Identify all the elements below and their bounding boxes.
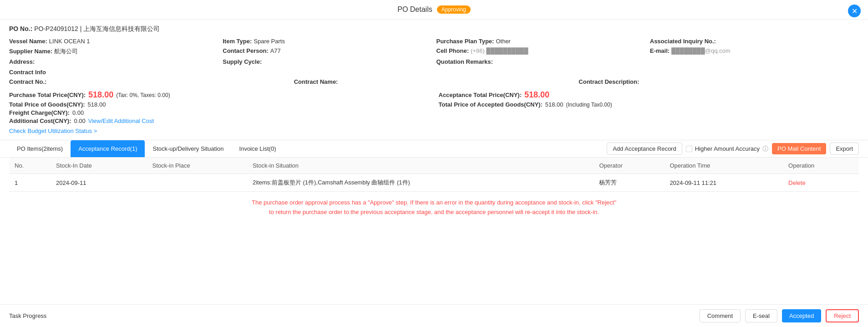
purchase-total-row: Purchase Total Price(CNY): 518.00 (Tax: … xyxy=(9,89,430,134)
tabs-right: Add Acceptance Record Higher Amount Accu… xyxy=(607,143,859,155)
contact-person-value: A77 xyxy=(270,47,281,54)
warning-line2: to return the purchase order to the prev… xyxy=(27,208,841,217)
contract-name-item: Contract Name: xyxy=(294,78,574,85)
item-type-label: Item Type: xyxy=(223,38,252,45)
task-progress-label: Task Progress xyxy=(9,312,46,319)
purchase-plan-type-item: Purchase Plan Type: Other xyxy=(437,38,645,45)
contract-desc-label: Contract Description: xyxy=(579,78,639,85)
additional-cost-value: 0.00 xyxy=(74,118,85,124)
col-stock-in-situation: Stock-in Situation xyxy=(247,158,594,174)
contract-name-label: Contract Name: xyxy=(294,78,338,85)
cell-stock-in-place xyxy=(147,174,247,192)
tab-stock-delivery[interactable]: Stock-up/Delivery Situation xyxy=(145,140,231,157)
warning-message: The purchase order approval process has … xyxy=(0,192,868,224)
item-type-value: Spare Parts xyxy=(254,38,285,45)
cell-phone-label: Cell Phone: xyxy=(437,47,469,54)
footer-buttons: Comment E-seal Accepted Reject xyxy=(700,309,859,322)
check-budget-link[interactable]: Check Budget Utilization Status > xyxy=(9,128,97,134)
higher-amount-checkbox[interactable] xyxy=(686,146,692,152)
warning-line1: The purchase order approval process has … xyxy=(27,198,841,208)
cell-stock-in-situation: 2items:前盖板垫片 (1件),Camshaft Assembly 曲轴组件… xyxy=(247,174,594,192)
contract-desc-item: Contract Description: xyxy=(579,78,859,85)
associated-inquiry-label: Associated Inquiry No.: xyxy=(650,38,716,45)
purchase-total-value: 518.00 xyxy=(88,90,113,100)
higher-amount-label: Higher Amount Accuracy xyxy=(695,145,760,152)
quotation-remarks-item: Quotation Remarks: xyxy=(437,58,645,65)
email-item: E-mail: ████████@qq.com xyxy=(650,47,859,56)
col-stock-in-place: Stock-in Place xyxy=(147,158,247,174)
acceptance-total-value: 518.00 xyxy=(524,90,549,100)
status-badge: Approving xyxy=(437,5,471,14)
vessel-name-value: LINK OCEAN 1 xyxy=(49,38,90,45)
cell-no: 1 xyxy=(9,174,51,192)
email-label: E-mail: xyxy=(650,47,670,54)
total-goods-label: Total Price of Goods(CNY): xyxy=(9,101,85,108)
contract-info-title: Contract Info xyxy=(9,69,859,76)
supplier-name-value: 航海公司 xyxy=(54,47,78,56)
comment-button[interactable]: Comment xyxy=(700,309,741,322)
po-number-label: PO No.: xyxy=(9,25,32,32)
total-goods-value: 518.00 xyxy=(88,101,106,108)
reject-button[interactable]: Reject xyxy=(826,309,859,322)
info-icon[interactable]: ⓘ xyxy=(762,145,768,153)
contact-person-label: Contact Person: xyxy=(223,47,268,54)
vessel-name-item: Vessel Name: LINK OCEAN 1 xyxy=(9,38,218,45)
email-value: ████████@qq.com xyxy=(671,47,731,54)
supplier-name-label: Supplier Name: xyxy=(9,48,52,55)
tabs-bar: PO Items(2items) Acceptance Record(1) St… xyxy=(0,140,868,158)
quotation-remarks-label: Quotation Remarks: xyxy=(437,58,493,65)
table-row: 1 2024-09-11 2items:前盖板垫片 (1件),Camshaft … xyxy=(9,174,859,192)
purchase-total-tax: (Tax: 0%, Taxes: 0.00) xyxy=(116,92,170,98)
pricing-section: Purchase Total Price(CNY): 518.00 (Tax: … xyxy=(9,89,859,134)
additional-cost-label: Additional Cost(CNY): xyxy=(9,118,71,124)
basic-info-grid: Vessel Name: LINK OCEAN 1 Item Type: Spa… xyxy=(9,38,859,65)
cell-stock-in-date: 2024-09-11 xyxy=(51,174,147,192)
tabs-left: PO Items(2items) Acceptance Record(1) St… xyxy=(9,140,284,157)
acceptance-record-table: No. Stock-In Date Stock-in Place Stock-i… xyxy=(9,158,859,192)
associated-inquiry-item: Associated Inquiry No.: xyxy=(650,38,859,45)
contact-person-item: Contact Person: A77 xyxy=(223,47,431,56)
table-section: No. Stock-In Date Stock-in Place Stock-i… xyxy=(0,158,868,192)
po-number-value: PO-P24091012 | 上海互海信息科技有限公司 xyxy=(34,25,160,32)
col-stock-in-date: Stock-In Date xyxy=(51,158,147,174)
contract-info-grid: Contract No.: Contract Name: Contract De… xyxy=(9,78,859,85)
footer: Task Progress Comment E-seal Accepted Re… xyxy=(0,304,868,327)
purchase-total-label: Purchase Total Price(CNY): xyxy=(9,92,86,98)
contract-no-item: Contract No.: xyxy=(9,78,289,85)
page-title: PO Details xyxy=(397,5,432,14)
cell-operator: 杨芳芳 xyxy=(594,174,664,192)
eseal-button[interactable]: E-seal xyxy=(745,309,777,322)
col-operation-time: Operation Time xyxy=(664,158,783,174)
view-edit-link[interactable]: View/Edit Additional Cost xyxy=(88,118,154,124)
tab-po-items[interactable]: PO Items(2items) xyxy=(9,140,71,157)
accepted-button[interactable]: Accepted xyxy=(782,309,821,322)
po-mail-button[interactable]: PO Mail Content xyxy=(772,143,826,154)
cell-operation-time: 2024-09-11 11:21 xyxy=(664,174,783,192)
col-operation: Operation xyxy=(783,158,859,174)
total-accepted-value: 518.00 xyxy=(545,101,563,108)
add-acceptance-button[interactable]: Add Acceptance Record xyxy=(607,143,682,155)
tab-acceptance-record[interactable]: Acceptance Record(1) xyxy=(71,140,145,157)
cell-operation: Delete xyxy=(783,174,859,192)
vessel-name-label: Vessel Name: xyxy=(9,38,47,45)
total-accepted-tax: (Including Tax0.00) xyxy=(566,102,612,108)
close-button[interactable]: ✕ xyxy=(848,5,861,17)
freight-label: Freight Charge(CNY): xyxy=(9,109,70,116)
higher-amount-checkbox-wrap[interactable]: Higher Amount Accuracy ⓘ xyxy=(686,145,768,153)
po-number-row: PO No.: PO-P24091012 | 上海互海信息科技有限公司 xyxy=(9,25,859,33)
address-item: Address: xyxy=(9,58,218,65)
acceptance-total-row: Acceptance Total Price(CNY): 518.00 Tota… xyxy=(439,89,859,134)
purchase-plan-type-label: Purchase Plan Type: xyxy=(437,38,494,45)
address-label: Address: xyxy=(9,58,35,65)
table-header-row: No. Stock-In Date Stock-in Place Stock-i… xyxy=(9,158,859,174)
acceptance-total-label: Acceptance Total Price(CNY): xyxy=(439,92,522,98)
page-header: PO Details Approving ✕ xyxy=(0,0,868,20)
export-button[interactable]: Export xyxy=(830,143,859,155)
cell-phone-value: (+86) ██████████ xyxy=(471,47,528,54)
tab-invoice-list[interactable]: Invoice List(0) xyxy=(232,140,284,157)
col-no: No. xyxy=(9,158,51,174)
delete-link[interactable]: Delete xyxy=(788,179,806,186)
freight-value: 0.00 xyxy=(72,109,84,116)
supplier-name-item: Supplier Name: 航海公司 xyxy=(9,47,218,56)
supply-cycle-label: Supply Cycle: xyxy=(223,58,262,65)
